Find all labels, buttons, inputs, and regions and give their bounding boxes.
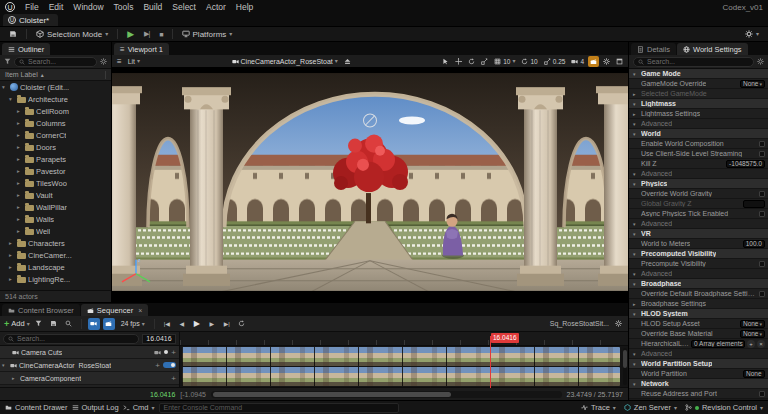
array-clear-icon[interactable]: ×	[757, 340, 765, 348]
outliner-tree-item[interactable]: ▸ CineCamer...	[0, 249, 111, 261]
rotate-tool-button[interactable]	[466, 56, 477, 67]
menu-item[interactable]: Help	[231, 2, 258, 12]
find-in-content-browser-button[interactable]	[63, 318, 75, 330]
details-row[interactable]: ▾ Advanced ▾ + ×	[629, 119, 768, 129]
outliner-tree-item[interactable]: ▾ Architecture	[0, 93, 111, 105]
settings-button[interactable]: ▾	[741, 28, 763, 41]
property-checkbox[interactable]	[759, 141, 765, 147]
details-row[interactable]: Use Client-Side Level Streaming ▾ + ×	[629, 149, 768, 159]
property-checkbox[interactable]	[759, 191, 765, 197]
playhead-time-tag[interactable]: 16.0416	[491, 333, 519, 343]
details-row[interactable]: Override World Gravity ▾ + ×	[629, 189, 768, 199]
3d-viewport-scene[interactable]: z	[112, 68, 628, 302]
details-row[interactable]: Global Gravity Z ▾ + ×	[629, 199, 768, 209]
outliner-tree-item[interactable]: ▸ WallPillar	[0, 201, 111, 213]
timeline-vertical-scrollbar[interactable]	[623, 348, 627, 385]
outliner-tree-item[interactable]: ▸ Vault	[0, 189, 111, 201]
tab-sequencer[interactable]: Sequencer ×	[81, 304, 148, 316]
eject-pilot-button[interactable]	[342, 56, 353, 67]
add-section-icon[interactable]: +	[155, 361, 160, 370]
stop-button[interactable]: ■	[155, 28, 166, 41]
details-row[interactable]: HierarchicalLODSetup 0 Array elements▾ +…	[629, 339, 768, 349]
editor-mode-dropdown[interactable]: Selection Mode ▾	[32, 28, 112, 41]
console-command-input[interactable]: Enter Console Command	[159, 403, 399, 413]
next-frame-button[interactable]: ▶	[206, 318, 218, 330]
property-checkbox[interactable]	[759, 391, 765, 397]
content-drawer-button[interactable]: Content Drawer	[5, 403, 68, 412]
timeline-area[interactable]	[180, 346, 628, 387]
details-row[interactable]: Override Default Broadphase Settings ▾ +…	[629, 289, 768, 299]
details-row[interactable]: Reuse Address and Port ▾ + ×	[629, 389, 768, 399]
details-row[interactable]: HLOD Setup Asset None▾ + ×	[629, 319, 768, 329]
tab-world-settings[interactable]: World Settings	[677, 43, 748, 55]
property-value-field[interactable]: None▾	[740, 80, 765, 88]
sequencer-search-input[interactable]: Search...	[3, 334, 139, 344]
play-button[interactable]: ▶	[123, 28, 138, 41]
sequencer-play-button[interactable]: ▶	[191, 318, 203, 330]
details-row[interactable]: ▾ Advanced ▾ + ×	[629, 219, 768, 229]
property-value-field[interactable]: None▾	[740, 320, 765, 328]
outliner-tree-item[interactable]: ▸ Landscape	[0, 261, 111, 273]
revision-control-button[interactable]: Revision Control ▾	[685, 403, 763, 412]
loop-toggle-button[interactable]	[236, 318, 248, 330]
go-to-end-button[interactable]: ▶|	[221, 318, 233, 330]
cmd-dropdown[interactable]: Cmd ▾	[123, 403, 155, 412]
property-value-field[interactable]: 100.0▾	[743, 240, 765, 248]
details-row[interactable]: ▾ HLOD System ▾ + ×	[629, 309, 768, 319]
tab-cloister-level[interactable]: U Cloister*	[3, 14, 58, 26]
outliner-tree-item[interactable]: ▸ Well	[0, 225, 111, 237]
outliner-tree-item[interactable]: ▸ Doors	[0, 141, 111, 153]
move-tool-button[interactable]	[453, 56, 464, 67]
property-checkbox[interactable]	[759, 261, 765, 267]
details-row[interactable]: ▸ Selected GameMode ▾ + ×	[629, 89, 768, 99]
go-to-start-button[interactable]: |◀	[161, 318, 173, 330]
viewport-options-menu[interactable]: ≡	[115, 56, 124, 67]
output-log-button[interactable]: Output Log	[72, 403, 119, 412]
details-row[interactable]: World to Meters 100.0▾ + ×	[629, 239, 768, 249]
menu-item[interactable]: Window	[68, 2, 108, 12]
details-row[interactable]: ▾ Game Mode ▾ + ×	[629, 69, 768, 79]
details-row[interactable]: ▾ Broadphase ▾ + ×	[629, 279, 768, 289]
details-row[interactable]: Precompute Visibility ▾ + ×	[629, 259, 768, 269]
details-row[interactable]: ▾ Precomputed Visibility ▾ + ×	[629, 249, 768, 259]
details-row[interactable]: Async Physics Tick Enabled ▾ + ×	[629, 209, 768, 219]
outliner-search-input[interactable]: Search...	[14, 57, 97, 67]
menu-item[interactable]: File	[20, 2, 44, 12]
add-section-icon[interactable]: +	[171, 348, 176, 357]
scale-tool-button[interactable]	[479, 56, 490, 67]
frame-skip-button[interactable]: ▶|	[140, 28, 153, 41]
close-tab-icon[interactable]: ×	[138, 307, 142, 314]
timeline-ruler[interactable]	[180, 332, 628, 345]
details-row[interactable]: ▸ Lightmass Settings ▾ + ×	[629, 109, 768, 119]
details-row[interactable]: World Partition None▾ + ×	[629, 369, 768, 379]
keyframe-dot[interactable]	[164, 350, 168, 354]
menu-item[interactable]: Actor	[201, 2, 231, 12]
viewport-settings-button[interactable]	[601, 56, 612, 67]
property-checkbox[interactable]	[759, 151, 765, 157]
details-row[interactable]: ▾ Physics ▾ + ×	[629, 179, 768, 189]
tab-outliner[interactable]: Outliner	[2, 43, 50, 55]
details-row[interactable]: ▾ World Partition Setup ▾ + ×	[629, 359, 768, 369]
scale-snap-toggle[interactable]: 0.25	[542, 56, 568, 67]
scrollbar-thumb[interactable]	[213, 392, 451, 397]
property-value-field[interactable]: 0 Array elements▾	[691, 340, 745, 348]
property-value-field[interactable]: None▾	[740, 330, 765, 338]
sequencer-add-button[interactable]: +Add▾	[4, 319, 30, 329]
outliner-settings-icon[interactable]	[100, 58, 107, 65]
details-row[interactable]: ▾ VR ▾ + ×	[629, 229, 768, 239]
property-value-field[interactable]: -1048575.0▾	[726, 160, 765, 168]
details-row[interactable]: ▸ Broadphase Settings ▾ + ×	[629, 299, 768, 309]
platforms-dropdown[interactable]: Platforms ▾	[178, 28, 237, 41]
outliner-tree-item[interactable]: ▸ CellRoom	[0, 105, 111, 117]
outliner-column-header[interactable]: Item Label ▲	[0, 69, 111, 81]
view-mode-dropdown[interactable]: Lit▾	[126, 56, 142, 67]
frame-rate-dropdown[interactable]: 24 fps▾	[118, 320, 148, 327]
select-tool-button[interactable]	[440, 56, 451, 67]
property-value-field[interactable]: ▾	[743, 200, 765, 208]
outliner-tree-item[interactable]: ▸ TilesWoo	[0, 177, 111, 189]
details-row[interactable]: Enable World Composition ▾ + ×	[629, 139, 768, 149]
filmstrip-camera-track[interactable]	[182, 367, 620, 386]
outliner-tree-item[interactable]: ▸ Pavestor	[0, 165, 111, 177]
menu-item[interactable]: Tools	[109, 2, 139, 12]
camera-lock-icon[interactable]	[154, 349, 161, 356]
